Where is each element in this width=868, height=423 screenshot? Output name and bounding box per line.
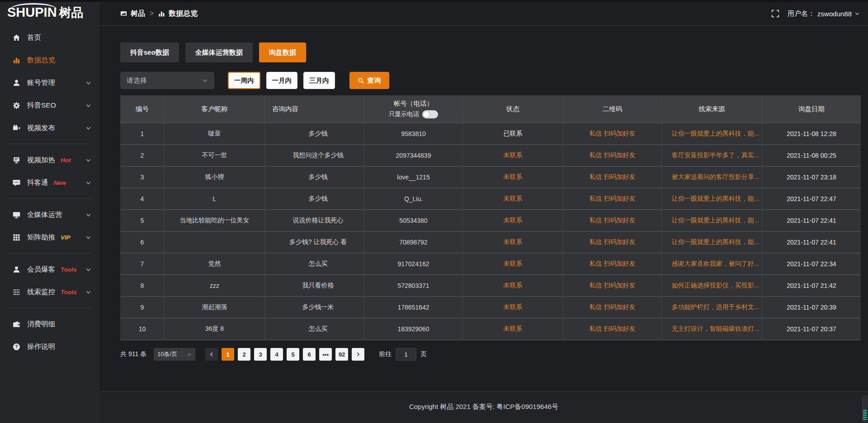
sidebar-item-clue-monitor[interactable]: 线索监控 Tools bbox=[0, 281, 99, 303]
chevron-down-icon bbox=[85, 212, 91, 218]
cell-date: 2021-11-07 22:41 bbox=[762, 232, 861, 254]
account-select[interactable]: 请选择 bbox=[120, 72, 214, 89]
page-button-3[interactable]: 3 bbox=[254, 348, 267, 361]
cell-id: 4 bbox=[120, 188, 165, 210]
cell-qrcode-links[interactable]: 私信 扫码加好友 bbox=[563, 145, 662, 167]
cell-account: love__1215 bbox=[364, 167, 463, 188]
cell-source-link[interactable]: 无主灯设计，智能磁吸轨道灯... bbox=[662, 319, 762, 340]
cell-source-link[interactable]: 让你一眼就爱上的黑科技，能... bbox=[662, 232, 762, 254]
breadcrumb-root[interactable]: 树品 bbox=[131, 9, 145, 19]
fullscreen-icon[interactable] bbox=[771, 9, 779, 18]
sidebar-item-media-operation[interactable]: 全媒体运营 bbox=[0, 203, 99, 226]
sidebar-item-badge: Hot bbox=[61, 157, 71, 164]
cell-source-link[interactable]: 如何正确选择投影仪，买投影... bbox=[662, 275, 762, 297]
tab-1[interactable]: 抖音seo数据 bbox=[120, 42, 179, 62]
sidebar-item-account-manage[interactable]: 账号管理 bbox=[0, 71, 99, 94]
next-page-button[interactable] bbox=[352, 348, 364, 361]
tab-2[interactable]: 全媒体运营数据 bbox=[185, 42, 253, 62]
sidebar-item-label: 视频加热 bbox=[27, 155, 55, 165]
sidebar-item-badge: Tools bbox=[61, 289, 77, 296]
chevron-down-icon bbox=[85, 180, 91, 186]
sidebar-divider bbox=[8, 308, 91, 308]
cell-content: 怎么买 bbox=[265, 254, 364, 275]
table-header-row: 编号 客户昵称 咨询内容 帐号（电话） 只显示电话 状态 二维码 线索来源 询盘… bbox=[120, 95, 861, 123]
sidebar-item-matrix-boost[interactable]: 矩阵助推 VIP bbox=[0, 226, 99, 249]
sidebar-item-label: 抖客通 bbox=[27, 178, 48, 188]
sidebar-item-member-burst[interactable]: 会员爆客 Tools bbox=[0, 258, 99, 281]
page-button-92[interactable]: 92 bbox=[335, 348, 348, 361]
cell-qrcode-links[interactable]: 私信 扫码加好友 bbox=[563, 275, 662, 297]
cell-source-link[interactable]: 让你一眼就爱上的黑科技，能... bbox=[662, 123, 762, 145]
cell-source-link[interactable]: 客厅安装投影半年多了，真实... bbox=[662, 145, 762, 167]
page-button-5[interactable]: 5 bbox=[287, 348, 299, 361]
sidebar-item-operation-guide[interactable]: ? 操作说明 bbox=[0, 335, 99, 358]
cell-qrcode-links[interactable]: 私信 扫码加好友 bbox=[563, 123, 662, 145]
cell-qrcode-links[interactable]: 私信 扫码加好友 bbox=[563, 188, 662, 210]
range-button-1[interactable]: 一周内 bbox=[228, 72, 260, 89]
table-row: 1 啵章 多少钱 9583810 已联系 私信 扫码加好友 让你一眼就爱上的黑科… bbox=[120, 123, 861, 145]
filter-row: 请选择 一周内一月内三月内 查询 bbox=[120, 72, 860, 89]
user-menu[interactable]: 用户名：zswodun88 bbox=[788, 9, 860, 18]
range-button-2[interactable]: 一月内 bbox=[266, 72, 298, 89]
cell-id: 3 bbox=[120, 167, 165, 188]
monitor-icon bbox=[13, 211, 20, 219]
cell-source-link[interactable]: 被大家追着问的客厅投影分享... bbox=[662, 167, 762, 188]
search-button[interactable]: 查询 bbox=[349, 72, 389, 89]
toggle-knob bbox=[423, 111, 429, 118]
col-nickname: 客户昵称 bbox=[165, 95, 265, 123]
page-button-4[interactable]: 4 bbox=[270, 348, 283, 361]
cell-source-link[interactable]: 让你一眼就爱上的黑科技，能... bbox=[662, 188, 762, 210]
cell-source-link[interactable]: 让你一眼就爱上的黑科技，能... bbox=[662, 210, 762, 232]
sidebar-item-video-heat[interactable]: 视频加热 Hot bbox=[0, 149, 99, 171]
cell-source-link[interactable]: 多功能护栏灯，适用于乡村文... bbox=[662, 297, 762, 319]
cell-date: 2021-11-07 22:47 bbox=[762, 188, 861, 210]
sidebar-item-video-publish[interactable]: 视频发布 bbox=[0, 117, 99, 139]
sidebar-item-consumption-detail[interactable]: 消费明细 bbox=[0, 313, 99, 335]
goto-page-input[interactable] bbox=[396, 348, 416, 361]
sidebar-item-data-overview[interactable]: 数据总览 bbox=[0, 49, 99, 71]
page-button-1[interactable]: 1 bbox=[222, 348, 234, 361]
cell-status: 已联系 bbox=[463, 123, 563, 145]
cell-status: 未联系 bbox=[463, 210, 563, 232]
cell-date: 2021-11-07 23:18 bbox=[762, 167, 861, 188]
cell-qrcode-links[interactable]: 私信 扫码加好友 bbox=[563, 254, 662, 275]
goto-suffix: 页 bbox=[420, 350, 427, 358]
page-button-6[interactable]: 6 bbox=[303, 348, 316, 361]
phone-only-toggle[interactable] bbox=[422, 110, 438, 118]
cell-content: 怎么买 bbox=[265, 319, 364, 340]
page-buttons: 123456•••92 bbox=[222, 348, 352, 361]
username-label: 用户名： bbox=[788, 9, 815, 18]
sidebar-item-badge: VIP bbox=[61, 234, 71, 241]
cell-date: 2021-11-08 00:25 bbox=[762, 145, 861, 167]
sidebar-item-label: 线索监控 bbox=[27, 287, 55, 297]
cell-qrcode-links[interactable]: 私信 扫码加好友 bbox=[563, 167, 662, 188]
cell-qrcode-links[interactable]: 私信 扫码加好友 bbox=[563, 232, 662, 254]
select-placeholder: 请选择 bbox=[127, 76, 147, 85]
username-value: zswodun88 bbox=[817, 10, 852, 18]
sidebar-item-label: 抖音SEO bbox=[27, 101, 56, 110]
cell-content: 多少钱 bbox=[265, 188, 364, 210]
gear-icon bbox=[13, 102, 20, 109]
page-button-2[interactable]: 2 bbox=[238, 348, 250, 361]
copyright-text: Copyright 树品 2021 备案号: 粤ICP备09019646号 bbox=[409, 403, 558, 410]
sidebar-item-douketong[interactable]: 抖客通 New bbox=[0, 171, 99, 194]
goto-label: 前往 bbox=[379, 350, 392, 358]
cell-qrcode-links[interactable]: 私信 扫码加好友 bbox=[563, 297, 662, 319]
cell-source-link[interactable]: 感谢大家喜欢我家，被问了好... bbox=[662, 254, 762, 275]
col-account: 帐号（电话） 只显示电话 bbox=[364, 95, 463, 123]
scrollbar-widget[interactable] bbox=[862, 396, 868, 422]
chevron-down-icon bbox=[854, 11, 860, 16]
range-button-3[interactable]: 三月内 bbox=[303, 72, 335, 89]
tab-3[interactable]: 询盘数据 bbox=[259, 42, 306, 62]
cell-qrcode-links[interactable]: 私信 扫码加好友 bbox=[563, 210, 662, 232]
cell-qrcode-links[interactable]: 私信 扫码加好友 bbox=[563, 319, 662, 340]
cell-date: 2021-11-07 22:41 bbox=[762, 210, 861, 232]
page-ellipsis-button[interactable]: ••• bbox=[319, 348, 332, 361]
sidebar-item-home[interactable]: 首页 bbox=[0, 26, 99, 49]
table-row: 9 潮起潮落 多少钱一米 178651642 未联系 私信 扫码加好友 多功能护… bbox=[120, 297, 861, 319]
sidebar: SHUPIN树品 首页 数据总览 账号管理 抖音SEO 视频发布 视频加热 Ho… bbox=[0, 0, 99, 423]
prev-page-button[interactable] bbox=[205, 348, 218, 361]
cell-nickname: 觉然 bbox=[165, 254, 265, 275]
sidebar-item-douyin-seo[interactable]: 抖音SEO bbox=[0, 94, 99, 117]
page-size-select[interactable]: 10条/页 bbox=[154, 348, 195, 361]
